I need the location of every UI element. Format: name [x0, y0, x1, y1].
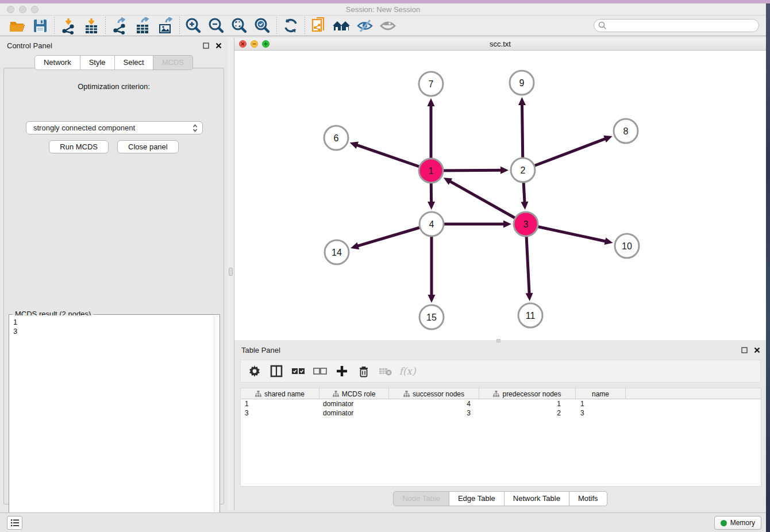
criterion-dropdown[interactable]: strongly connected component — [26, 121, 203, 134]
column-layout-button[interactable] — [268, 363, 284, 379]
close-icon — [754, 347, 760, 353]
zoom-fit-icon — [231, 17, 248, 34]
deselect-all-button[interactable] — [312, 363, 328, 379]
memory-button[interactable]: Memory — [714, 516, 761, 530]
save-session-button[interactable] — [29, 17, 52, 35]
tab-select[interactable]: Select — [115, 55, 153, 70]
save-icon — [32, 18, 48, 34]
close-icon — [215, 43, 222, 49]
tab-style[interactable]: Style — [80, 55, 115, 70]
mcds-result-item[interactable]: 3 — [13, 327, 214, 336]
float-icon — [741, 347, 748, 353]
table-settings-button[interactable] — [247, 363, 263, 379]
table-row[interactable]: 1 dominator 4 1 1 — [241, 399, 761, 408]
edge-arrowhead — [603, 136, 612, 142]
mcds-result-item[interactable]: 1 — [13, 318, 214, 327]
cell-successor-nodes[interactable]: 4 — [389, 399, 479, 408]
vertical-splitter[interactable] — [228, 38, 234, 510]
run-mcds-button[interactable]: Run MCDS — [49, 140, 109, 153]
tab-node-table[interactable]: Node Table — [393, 491, 449, 506]
zoom-network-button[interactable] — [262, 40, 270, 48]
close-panel-button[interactable] — [214, 41, 223, 50]
network-view-window: scc.txt 7968124314101511 — [234, 38, 766, 340]
open-session-button[interactable] — [6, 17, 29, 35]
import-network-button[interactable] — [57, 17, 80, 35]
tab-mcds[interactable]: MCDS — [153, 55, 193, 70]
main-titlebar: Session: New Session — [0, 3, 766, 16]
show-hidden-button[interactable] — [376, 17, 399, 35]
refresh-styles-button[interactable] — [279, 17, 302, 35]
column-header-successor-nodes[interactable]: successor nodes — [389, 388, 479, 399]
control-panel-tabs: Network Style Select MCDS — [0, 55, 228, 70]
column-header-predecessor-nodes[interactable]: predecessor nodes — [479, 388, 576, 399]
toolbar-separator — [305, 17, 305, 35]
zoom-selected-icon — [254, 17, 271, 34]
float-table-panel-button[interactable] — [740, 345, 749, 354]
close-panel-button-mcds[interactable]: Close panel — [117, 140, 179, 153]
select-all-button[interactable] — [290, 363, 306, 379]
cell-name[interactable]: 1 — [576, 399, 626, 408]
float-panel-button[interactable] — [201, 41, 210, 50]
zoom-selected-button[interactable] — [251, 17, 274, 35]
tab-motifs[interactable]: Motifs — [569, 491, 607, 506]
shared-column-icon — [403, 391, 410, 397]
graph-edge-2-8[interactable] — [523, 138, 606, 170]
cell-mcds-role[interactable]: dominator — [319, 408, 389, 418]
network-graph[interactable]: 7968124314101511 — [234, 51, 766, 340]
memory-label: Memory — [730, 519, 755, 527]
zoom-in-button[interactable] — [182, 17, 205, 35]
cell-shared-name[interactable]: 1 — [241, 399, 319, 408]
edge-arrowhead — [428, 295, 436, 303]
zoom-out-button[interactable] — [205, 17, 228, 35]
column-header-name[interactable]: name — [576, 388, 626, 399]
function-builder-button[interactable]: f(x) — [399, 363, 415, 379]
export-table-button[interactable] — [131, 17, 154, 35]
tab-edge-table[interactable]: Edge Table — [449, 491, 505, 506]
toolbar-separator — [105, 17, 106, 35]
float-icon — [203, 43, 209, 49]
edge-arrowhead — [351, 242, 359, 249]
cell-mcds-role[interactable]: dominator — [319, 399, 389, 408]
cell-predecessor-nodes[interactable]: 2 — [479, 408, 576, 418]
close-network-button[interactable] — [239, 40, 247, 48]
cell-name[interactable]: 3 — [576, 408, 626, 418]
close-table-panel-button[interactable] — [752, 345, 761, 354]
export-table-icon — [134, 17, 151, 34]
table-row[interactable]: 3 dominator 3 2 3 — [241, 408, 761, 418]
cell-predecessor-nodes[interactable]: 1 — [479, 399, 576, 408]
zoom-fit-button[interactable] — [228, 17, 251, 35]
cell-shared-name[interactable]: 3 — [241, 408, 319, 418]
add-column-button[interactable] — [334, 363, 350, 379]
hide-selected-button[interactable] — [353, 17, 376, 35]
result-scrollbar[interactable] — [214, 315, 219, 528]
zoom-out-icon — [208, 17, 225, 34]
task-history-button[interactable] — [7, 516, 22, 530]
network-canvas[interactable]: 7968124314101511 — [234, 51, 766, 340]
column-header-shared-name[interactable]: shared name — [241, 388, 319, 399]
select-all-icon — [291, 367, 305, 376]
search-input[interactable] — [594, 19, 759, 32]
splitter-grip[interactable] — [229, 268, 233, 276]
mcds-result-list[interactable]: 1 3 — [10, 315, 214, 528]
import-table-button[interactable] — [80, 17, 103, 35]
minimize-network-button[interactable] — [251, 40, 258, 48]
export-network-button[interactable] — [108, 17, 131, 35]
delete-table-icon — [379, 366, 392, 376]
cell-successor-nodes[interactable]: 3 — [389, 408, 479, 418]
column-header-mcds-role[interactable]: MCDS role — [319, 388, 389, 399]
network-window-titlebar[interactable]: scc.txt — [234, 38, 766, 51]
delete-table-button[interactable] — [378, 363, 394, 379]
trash-icon — [359, 365, 369, 377]
graph-edge-3-1[interactable] — [449, 181, 526, 224]
clone-network-button[interactable] — [307, 17, 330, 35]
fx-icon: f(x) — [399, 365, 415, 377]
tab-network-table[interactable]: Network Table — [505, 491, 569, 506]
tab-network[interactable]: Network — [34, 55, 80, 70]
home-layout-button[interactable] — [330, 17, 353, 35]
toolbar-separator — [276, 17, 277, 35]
shared-column-icon — [333, 391, 339, 397]
delete-column-button[interactable] — [356, 363, 372, 379]
table-panel-header: Table Panel — [234, 342, 766, 357]
graph-node-label-6: 6 — [334, 133, 339, 143]
export-image-button[interactable] — [154, 17, 177, 35]
